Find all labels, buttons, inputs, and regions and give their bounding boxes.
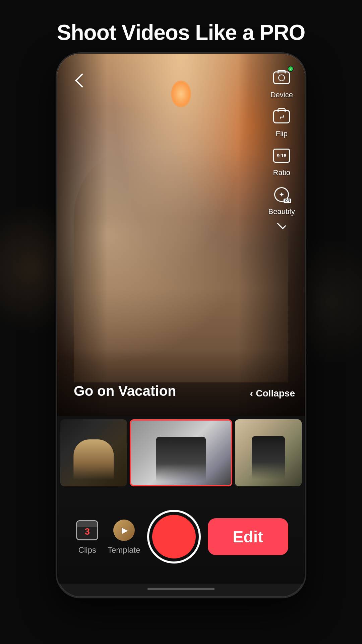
edit-button[interactable]: Edit [208, 518, 288, 555]
flip-arrows-icon: ⇅ [278, 114, 285, 119]
collapse-label: Collapse [256, 388, 295, 399]
template-label: Template [108, 545, 140, 555]
device-button[interactable]: Device [270, 67, 293, 99]
collapse-button[interactable]: ‹ Collapse [250, 388, 295, 399]
collapse-chevron-icon: ‹ [250, 388, 253, 399]
clips-icon: 3 [74, 519, 101, 542]
bottom-gradient [57, 349, 305, 416]
clips-count: 3 [85, 526, 90, 537]
flip-camera-icon: ⇅ [273, 110, 290, 123]
clips-button[interactable]: 3 Clips [74, 519, 101, 555]
on-badge: ON [284, 199, 291, 203]
clips-calendar-icon: 3 [76, 520, 98, 540]
ratio-button[interactable]: 9:16 Ratio [271, 145, 292, 177]
template-icon [111, 519, 137, 542]
thumb-2-background [131, 421, 231, 485]
flip-button[interactable]: ⇅ Flip [271, 106, 292, 138]
thumb-3-background [235, 419, 302, 486]
camera-body [273, 71, 290, 84]
clips-label: Clips [78, 545, 96, 555]
green-dot-icon [288, 66, 294, 72]
back-arrow-icon [75, 73, 89, 88]
scene-caption: Go on Vacation [74, 383, 176, 399]
beautify-label: Beautify [268, 207, 295, 216]
flip-icon: ⇅ [271, 106, 292, 127]
right-toolbar: Device ⇅ Flip 9:16 Ratio [268, 67, 295, 229]
phone-frame: Device ⇅ Flip 9:16 Ratio [57, 54, 305, 597]
camera-lens [278, 74, 285, 81]
window-light-effect [171, 80, 191, 107]
template-button[interactable]: Template [108, 519, 140, 555]
ratio-frame-icon: 9:16 [273, 149, 290, 163]
record-button[interactable] [147, 510, 201, 564]
back-button[interactable] [70, 70, 90, 91]
flip-label: Flip [276, 129, 288, 138]
page-title: Shoot Videos Like a PRO [0, 0, 362, 58]
ratio-value: 9:16 [277, 153, 286, 158]
bottom-control-bar: 3 Clips Template Edit [57, 490, 305, 584]
beautify-face-icon: ✦ ON [273, 186, 291, 203]
edit-label: Edit [233, 528, 263, 546]
home-indicator [147, 588, 215, 590]
thumbnail-2-active[interactable] [130, 419, 232, 486]
thumbnail-3[interactable] [235, 419, 302, 486]
ratio-label: Ratio [273, 168, 290, 177]
record-inner-circle [152, 515, 196, 558]
beautify-button[interactable]: ✦ ON Beautify [268, 184, 295, 216]
device-icon [271, 67, 292, 89]
more-options-button[interactable] [276, 223, 287, 229]
device-label: Device [270, 91, 293, 99]
thumbnail-strip [57, 416, 305, 490]
thumb-1-background [60, 419, 127, 486]
chevron-down-icon [277, 220, 286, 229]
thumbnail-1[interactable] [60, 419, 127, 486]
ratio-icon: 9:16 [271, 145, 292, 166]
beautify-icon: ✦ ON [271, 184, 292, 205]
template-circle-icon [113, 520, 135, 541]
viewfinder: Device ⇅ Flip 9:16 Ratio [57, 54, 305, 416]
